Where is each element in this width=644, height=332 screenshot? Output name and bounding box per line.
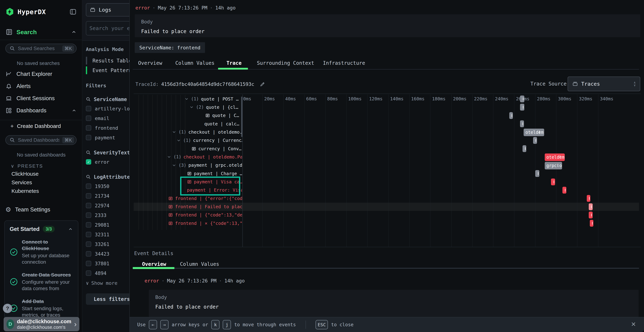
span-bar[interactable] bbox=[520, 96, 524, 102]
filter-option-37801[interactable]: 37801 bbox=[86, 260, 136, 268]
chevron-down-icon[interactable] bbox=[184, 96, 189, 101]
saved-dashboards-input[interactable]: Saved Dashboards ⌘K bbox=[5, 135, 76, 145]
checkbox[interactable] bbox=[86, 232, 91, 237]
event-details-tab-overview[interactable]: Overview bbox=[142, 261, 166, 267]
span-bar[interactable] bbox=[520, 104, 524, 110]
filter-group-header[interactable]: ServiceName bbox=[86, 96, 136, 103]
sidebar-item-client-sessions[interactable]: Client Sessions bbox=[5, 92, 76, 104]
trace-tree-row[interactable]: (1)currency | Currenc… bbox=[130, 136, 242, 144]
sidebar-item-alerts[interactable]: Alerts bbox=[5, 80, 76, 92]
span-bar[interactable] bbox=[562, 187, 566, 194]
checkbox[interactable] bbox=[86, 116, 91, 121]
span-bar[interactable] bbox=[535, 170, 539, 177]
span-bar[interactable] bbox=[520, 120, 524, 127]
checkbox[interactable] bbox=[86, 184, 91, 189]
span-bar[interactable] bbox=[589, 212, 592, 218]
checkbox[interactable] bbox=[86, 106, 91, 111]
sidebar-item-dashboards[interactable]: Dashboards bbox=[5, 104, 76, 117]
presets-toggle[interactable]: ∨ PRESETS bbox=[11, 162, 76, 170]
chevron-down-icon[interactable] bbox=[172, 130, 176, 134]
chevron-down-icon[interactable] bbox=[172, 163, 176, 168]
event-details-tab-column-values[interactable]: Column Values bbox=[180, 261, 219, 267]
checkbox[interactable] bbox=[86, 270, 91, 276]
filter-option-34423[interactable]: 34423 bbox=[86, 250, 136, 258]
tab-overview[interactable]: Overview bbox=[138, 60, 162, 66]
filter-option-payment[interactable]: payment bbox=[86, 134, 136, 142]
checkbox[interactable] bbox=[86, 261, 91, 266]
team-settings-button[interactable]: ⚙ Team Settings bbox=[5, 205, 76, 215]
trace-tree-row[interactable]: frontend | × {"code":13,"d… bbox=[130, 219, 242, 227]
tab-surrounding-context[interactable]: Surrounding Context bbox=[257, 60, 314, 66]
create-dashboard-button[interactable]: + Create Dashboard bbox=[5, 120, 76, 132]
checkbox[interactable] bbox=[86, 242, 91, 247]
filter-option-frontend[interactable]: frontend bbox=[86, 124, 136, 132]
checkbox[interactable] bbox=[86, 193, 91, 198]
filter-option-21734[interactable]: 21734 bbox=[86, 192, 136, 200]
trace-tree-row[interactable]: (1)checkout | oteldemo.Pa… bbox=[130, 153, 242, 161]
filter-option-19350[interactable]: 19350 bbox=[86, 182, 136, 190]
trace-tree-row[interactable]: (1)checkout | oteldemo.… bbox=[130, 128, 242, 136]
checkbox[interactable] bbox=[86, 222, 91, 228]
collapse-sidebar-icon[interactable] bbox=[70, 8, 76, 16]
chevron-down-icon[interactable] bbox=[176, 138, 181, 143]
filter-option-32311[interactable]: 32311 bbox=[86, 230, 136, 238]
filter-group-header[interactable]: SeverityText bbox=[86, 149, 136, 156]
preset-clickhouse[interactable]: ClickHouse bbox=[5, 170, 76, 178]
checkbox[interactable] bbox=[86, 251, 91, 256]
span-bar[interactable] bbox=[590, 220, 594, 227]
span-bar[interactable]: oteldem bbox=[524, 128, 544, 136]
span-bar[interactable] bbox=[509, 112, 513, 119]
service-name-chip[interactable]: ServiceName: frontend bbox=[135, 42, 205, 53]
source-select[interactable]: Logs bbox=[86, 3, 134, 16]
preset-services[interactable]: Services bbox=[5, 178, 76, 187]
trace-tree-row[interactable]: (1)quote | POST … bbox=[130, 95, 242, 103]
trace-tree-row[interactable]: quote | calc… bbox=[130, 120, 242, 128]
checkbox[interactable] bbox=[86, 203, 91, 208]
preset-kubernetes[interactable]: Kubernetes bbox=[5, 187, 76, 195]
trace-tree-row[interactable]: (2)quote | {cl… bbox=[130, 103, 242, 111]
checkbox[interactable] bbox=[86, 212, 91, 218]
checkbox[interactable] bbox=[86, 125, 91, 130]
trace-tree-row[interactable]: currency | Conv… bbox=[130, 144, 242, 153]
checkbox[interactable] bbox=[86, 135, 91, 140]
span-bar[interactable] bbox=[551, 178, 555, 185]
search-section-header[interactable]: Search bbox=[5, 28, 76, 36]
show-more-button[interactable]: ∨Show more bbox=[86, 279, 136, 287]
tab-trace[interactable]: Trace bbox=[226, 60, 242, 66]
edit-pencil-icon[interactable] bbox=[260, 81, 266, 87]
pane-divider[interactable] bbox=[242, 94, 243, 247]
span-bar[interactable] bbox=[522, 145, 526, 152]
chevron-down-icon[interactable] bbox=[167, 154, 172, 159]
filter-group-header[interactable]: LogAttributes bbox=[86, 173, 136, 181]
saved-searches-input[interactable]: Saved Searches ⌘K bbox=[5, 44, 76, 53]
chevron-down-icon[interactable] bbox=[189, 105, 194, 110]
analysis-mode-event-patterns[interactable]: Event Patterns bbox=[86, 66, 136, 75]
close-icon[interactable]: × bbox=[630, 320, 637, 329]
trace-tree-row[interactable]: (3)payment | grpc.oteld… bbox=[130, 161, 242, 170]
filter-option-artillery-loa[interactable]: artillery-loa bbox=[86, 104, 136, 113]
filter-option-4894[interactable]: 4894 bbox=[86, 269, 136, 277]
trace-tree-row[interactable]: frontend | {"error":{"code… bbox=[130, 194, 242, 202]
user-account-chip[interactable]: D dale@clickhouse.com dale@clickhouse.co… bbox=[4, 317, 80, 331]
span-bar[interactable] bbox=[533, 137, 537, 144]
trace-source-select[interactable]: Traces ∧∨ bbox=[568, 76, 640, 91]
filter-option-email[interactable]: email bbox=[86, 114, 136, 122]
analysis-mode-results-table[interactable]: Results Table bbox=[86, 56, 136, 65]
span-bar[interactable]: grpc.o bbox=[545, 162, 562, 170]
trace-tree-row[interactable]: frontend | {"code":13,"det… bbox=[130, 211, 242, 219]
get-started-header[interactable]: Get Started 3/3 bbox=[10, 226, 73, 232]
filter-option-29081[interactable]: 29081 bbox=[86, 221, 136, 229]
help-button[interactable]: ? bbox=[3, 304, 12, 313]
trace-tree-row[interactable]: frontend | Failed to place… bbox=[130, 203, 242, 211]
trace-tree-row[interactable]: quote | C… bbox=[130, 112, 242, 120]
filter-option-2333[interactable]: 2333 bbox=[86, 211, 136, 219]
sidebar-item-chart-explorer[interactable]: Chart Explorer bbox=[5, 68, 76, 80]
span-bar[interactable]: oteldem bbox=[545, 154, 565, 161]
span-bar[interactable] bbox=[589, 204, 592, 210]
filter-option-22974[interactable]: 22974 bbox=[86, 202, 136, 210]
filter-option-error[interactable]: ✓error bbox=[86, 158, 136, 166]
checkbox[interactable]: ✓ bbox=[86, 159, 91, 164]
span-bar[interactable] bbox=[587, 195, 590, 202]
filter-option-33261[interactable]: 33261 bbox=[86, 240, 136, 248]
tab-infrastructure[interactable]: Infrastructure bbox=[323, 60, 365, 66]
